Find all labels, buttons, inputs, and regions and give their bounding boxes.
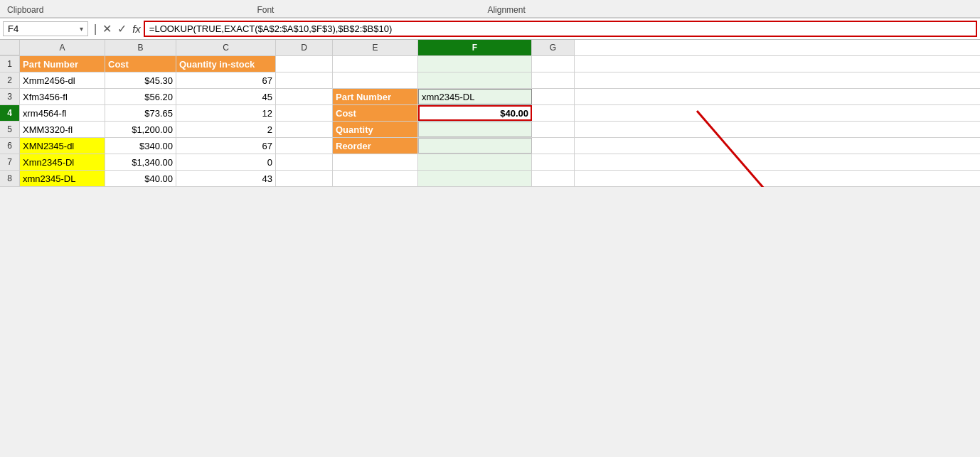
- clipboard-label: Clipboard: [7, 5, 43, 15]
- cell-a3[interactable]: Xfm3456-fl: [20, 89, 105, 104]
- cell-f2[interactable]: [418, 72, 532, 88]
- cell-e8[interactable]: [333, 171, 418, 186]
- cell-b5[interactable]: $1,200.00: [105, 122, 176, 137]
- col-header-b[interactable]: B: [105, 40, 176, 55]
- table-row: 8 xmn2345-DL $40.00 43: [0, 171, 980, 187]
- cell-f7[interactable]: [418, 154, 532, 170]
- cell-b7[interactable]: $1,340.00: [105, 154, 176, 170]
- row-num-2: 2: [0, 72, 20, 88]
- cell-e2[interactable]: [333, 72, 418, 88]
- cell-a2[interactable]: Xmm2456-dl: [20, 72, 105, 88]
- cell-g3[interactable]: [532, 89, 575, 104]
- separator-1: |: [91, 23, 100, 36]
- cell-d2[interactable]: [276, 72, 333, 88]
- cell-d4[interactable]: [276, 105, 333, 121]
- name-box[interactable]: F4 ▾: [3, 21, 88, 36]
- row-num-1: 1: [0, 56, 20, 72]
- cell-g4[interactable]: [532, 105, 575, 121]
- cell-c8[interactable]: 43: [176, 171, 276, 186]
- corner-cell: [0, 40, 20, 55]
- cell-d5[interactable]: [276, 122, 333, 137]
- alignment-label: Alignment: [487, 5, 525, 15]
- col-header-a[interactable]: A: [20, 40, 105, 55]
- cell-a6[interactable]: XMN2345-dl: [20, 138, 105, 154]
- cell-g5[interactable]: [532, 122, 575, 137]
- table-row: 2 Xmm2456-dl $45.30 67: [0, 72, 980, 89]
- cell-c7[interactable]: 0: [176, 154, 276, 170]
- table-row: 1 Part Number Cost Quantity in-stock: [0, 56, 980, 72]
- spreadsheet-wrapper: A B C D E F G 1 Part Number Cost Quantit…: [0, 40, 980, 187]
- table-row: 7 Xmn2345-Dl $1,340.00 0: [0, 154, 980, 171]
- col-header-g[interactable]: G: [532, 40, 575, 55]
- cell-f5[interactable]: [418, 122, 532, 137]
- cell-g7[interactable]: [532, 154, 575, 170]
- cell-f4[interactable]: $40.00: [418, 105, 532, 121]
- table-row: 3 Xfm3456-fl $56.20 45 Part Number xmn23…: [0, 89, 980, 105]
- cell-c5[interactable]: 2: [176, 122, 276, 137]
- cell-c2[interactable]: 67: [176, 72, 276, 88]
- cell-f3[interactable]: xmn2345-DL: [418, 89, 532, 104]
- cell-f8[interactable]: [418, 171, 532, 186]
- cell-b1[interactable]: Cost: [105, 56, 176, 72]
- cell-a1[interactable]: Part Number: [20, 56, 105, 72]
- cell-a7[interactable]: Xmn2345-Dl: [20, 154, 105, 170]
- confirm-icon[interactable]: ✓: [117, 22, 127, 36]
- cell-c6[interactable]: 67: [176, 138, 276, 154]
- cell-b6[interactable]: $340.00: [105, 138, 176, 154]
- cancel-icon[interactable]: ✕: [102, 22, 112, 36]
- row-num-5: 5: [0, 122, 20, 137]
- row-num-7: 7: [0, 154, 20, 170]
- cell-a8[interactable]: xmn2345-DL: [20, 171, 105, 186]
- cell-d7[interactable]: [276, 154, 333, 170]
- cell-e7[interactable]: [333, 154, 418, 170]
- cell-g2[interactable]: [532, 72, 575, 88]
- name-box-dropdown-icon[interactable]: ▾: [80, 25, 83, 33]
- cell-c1[interactable]: Quantity in-stock: [176, 56, 276, 72]
- cell-d1[interactable]: [276, 56, 333, 72]
- column-headers: A B C D E F G: [0, 40, 980, 56]
- row-num-8: 8: [0, 171, 20, 186]
- cell-e4[interactable]: Cost: [333, 105, 418, 121]
- formula-input[interactable]: [144, 21, 977, 37]
- cell-a4[interactable]: xrm4564-fl: [20, 105, 105, 121]
- cell-c3[interactable]: 45: [176, 89, 276, 104]
- cell-e6[interactable]: Reorder: [333, 138, 418, 154]
- fx-icon[interactable]: fx: [132, 23, 141, 35]
- cell-e3[interactable]: Part Number: [333, 89, 418, 104]
- spreadsheet: A B C D E F G 1 Part Number Cost Quantit…: [0, 40, 980, 187]
- row-num-3: 3: [0, 89, 20, 104]
- cell-e1[interactable]: [333, 56, 418, 72]
- cell-e5[interactable]: Quantity: [333, 122, 418, 137]
- cell-d3[interactable]: [276, 89, 333, 104]
- col-header-d[interactable]: D: [276, 40, 333, 55]
- cell-c4[interactable]: 12: [176, 105, 276, 121]
- cell-d8[interactable]: [276, 171, 333, 186]
- font-label: Font: [257, 5, 274, 15]
- cell-g1[interactable]: [532, 56, 575, 72]
- row-num-4: 4: [0, 105, 20, 121]
- formula-bar: F4 ▾ | ✕ ✓ fx: [0, 18, 980, 40]
- cell-a5[interactable]: XMM3320-fl: [20, 122, 105, 137]
- cell-b3[interactable]: $56.20: [105, 89, 176, 104]
- table-row: 6 XMN2345-dl $340.00 67 Reorder: [0, 138, 980, 154]
- cell-b2[interactable]: $45.30: [105, 72, 176, 88]
- name-box-value: F4: [8, 23, 18, 34]
- cell-b8[interactable]: $40.00: [105, 171, 176, 186]
- cell-b4[interactable]: $73.65: [105, 105, 176, 121]
- cell-g8[interactable]: [532, 171, 575, 186]
- table-row: 4 xrm4564-fl $73.65 12 Cost $40.00: [0, 105, 980, 122]
- col-header-f[interactable]: F: [418, 40, 532, 55]
- cell-g6[interactable]: [532, 138, 575, 154]
- cell-f1[interactable]: [418, 56, 532, 72]
- formula-icons: ✕ ✓ fx: [102, 22, 141, 36]
- cell-f6[interactable]: [418, 138, 532, 154]
- row-num-6: 6: [0, 138, 20, 154]
- cell-d6[interactable]: [276, 138, 333, 154]
- col-header-e[interactable]: E: [333, 40, 418, 55]
- col-header-c[interactable]: C: [176, 40, 276, 55]
- table-row: 5 XMM3320-fl $1,200.00 2 Quantity: [0, 122, 980, 138]
